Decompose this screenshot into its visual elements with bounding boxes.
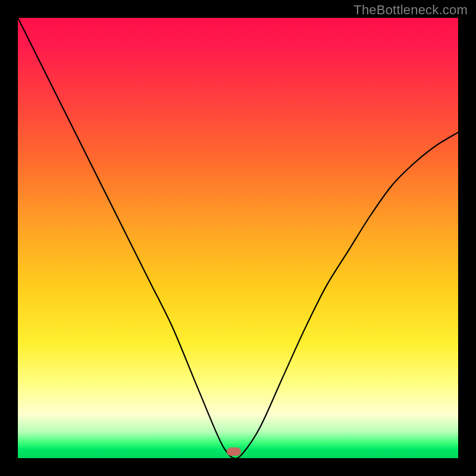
watermark-text: TheBottleneck.com: [353, 2, 468, 18]
optimal-point-marker: [227, 447, 241, 456]
chart-container: TheBottleneck.com: [0, 0, 476, 476]
plot-area: [18, 18, 458, 458]
curve-svg: [18, 18, 458, 458]
bottleneck-curve: [18, 18, 458, 458]
